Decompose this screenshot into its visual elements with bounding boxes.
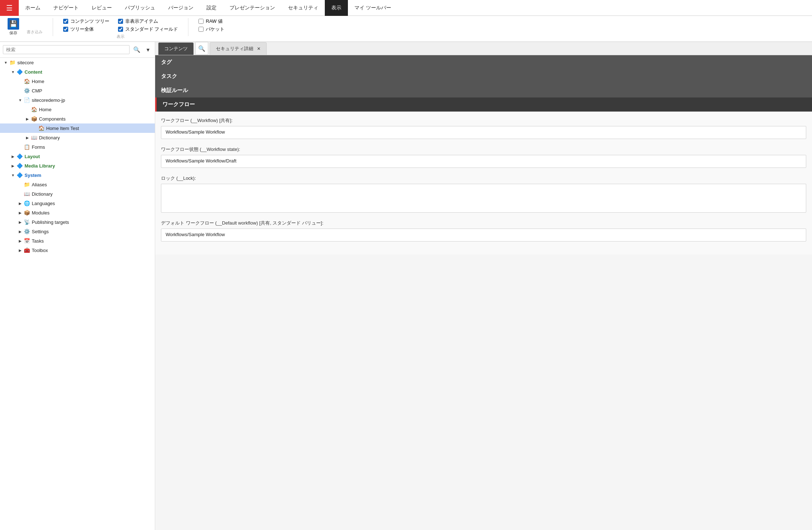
toggle-toolbox[interactable]: ▶ <box>17 247 23 253</box>
tree-container: ▼ 📁 sitecore ▼ 🔷 Content 🏠 Home ⚙️ CM <box>0 58 155 530</box>
tree-item-settings[interactable]: ▶ ⚙️ Settings <box>0 227 155 236</box>
tree-item-medialibrary[interactable]: ▶ 🔷 Media Library <box>0 161 155 170</box>
icon-home2: 🏠 <box>30 106 38 113</box>
label-home2: Home <box>39 107 52 112</box>
field-group-workflow: ワークフロー (__Workflow) [共有]: Workflows/Samp… <box>161 117 806 139</box>
toggle-home2[interactable] <box>25 107 30 112</box>
workflow-value[interactable]: Workflows/Sample Workflow <box>161 126 806 139</box>
toggle-forms[interactable] <box>17 144 23 150</box>
section-validation[interactable]: 検証ルール <box>155 83 812 97</box>
toggle-sitecore[interactable]: ▼ <box>3 60 9 65</box>
toggle-tasks[interactable]: ▶ <box>17 238 23 244</box>
tree-item-homeitemtest[interactable]: 🏠 Home Item Test <box>0 123 155 133</box>
icon-components: 📦 <box>30 115 38 122</box>
checkbox-content-tree[interactable]: コンテンツ ツリー <box>63 18 109 25</box>
label-layout: Layout <box>25 154 40 159</box>
toggle-languages[interactable]: ▶ <box>17 200 23 206</box>
checkbox-raw-values-label: RAW 値 <box>206 18 222 25</box>
tree-item-home2[interactable]: 🏠 Home <box>0 105 155 114</box>
dropdown-button[interactable]: ▼ <box>144 45 152 54</box>
toggle-system[interactable]: ▼ <box>10 172 16 178</box>
checkbox-buckets-label: バケット <box>206 26 224 32</box>
search-input[interactable] <box>3 45 130 54</box>
tab-content[interactable]: コンテンツ <box>158 42 194 55</box>
toggle-publishingtargets[interactable]: ▶ <box>17 219 23 225</box>
hamburger-button[interactable]: ☰ <box>0 0 19 16</box>
section-tags[interactable]: タグ <box>155 55 812 69</box>
tree-item-modules[interactable]: ▶ 📦 Modules <box>0 208 155 217</box>
nav-presentation[interactable]: プレゼンテーション <box>223 0 281 16</box>
toggle-components[interactable]: ▶ <box>25 116 30 122</box>
toggle-modules[interactable]: ▶ <box>17 210 23 216</box>
icon-modules: 📦 <box>23 209 30 216</box>
toggle-layout[interactable]: ▶ <box>10 153 16 159</box>
tree-item-toolbox[interactable]: ▶ 🧰 Toolbox <box>0 246 155 255</box>
checkbox-raw-values[interactable]: RAW 値 <box>198 18 224 25</box>
nav-review[interactable]: レビュー <box>85 0 118 16</box>
checkbox-tree-all-input[interactable] <box>63 27 68 32</box>
nav-publish[interactable]: パブリッシュ <box>118 0 162 16</box>
icon-system: 🔷 <box>16 171 23 179</box>
tab-security[interactable]: セキュリティ詳細 ✕ <box>210 42 267 55</box>
workflow-content: ワークフロー (__Workflow) [共有]: Workflows/Samp… <box>155 112 812 255</box>
nav-view[interactable]: 表示 <box>325 0 348 16</box>
nav-navigate[interactable]: ナビゲート <box>47 0 85 16</box>
section-tasks[interactable]: タスク <box>155 69 812 83</box>
workflow-state-label: ワークフロー状態 (__Workflow state): <box>161 146 806 153</box>
icon-forms: 📋 <box>23 143 30 151</box>
lock-value[interactable] <box>161 184 806 213</box>
toggle-home[interactable] <box>17 78 23 84</box>
toggle-dictionary3[interactable] <box>17 191 23 197</box>
toggle-dictionary2[interactable]: ▶ <box>25 135 30 140</box>
checkbox-hidden-items-input[interactable] <box>118 19 123 24</box>
checkbox-raw-values-input[interactable] <box>198 19 204 24</box>
toggle-medialibrary[interactable]: ▶ <box>10 163 16 169</box>
checkbox-standard-fields[interactable]: スタンダード フィールド <box>118 26 178 32</box>
tab-security-close[interactable]: ✕ <box>257 46 261 51</box>
tree-item-system[interactable]: ▼ 🔷 System <box>0 170 155 180</box>
nav-security[interactable]: セキュリティ <box>281 0 325 16</box>
tab-search-button[interactable]: 🔍 <box>195 42 208 55</box>
tree-item-sitecore[interactable]: ▼ 📁 sitecore <box>0 58 155 67</box>
tree-item-home[interactable]: 🏠 Home <box>0 77 155 86</box>
checkbox-content-tree-input[interactable] <box>63 19 68 24</box>
toggle-content[interactable]: ▼ <box>10 69 16 75</box>
label-cmp: CMP <box>32 88 42 94</box>
tree-item-cmp[interactable]: ⚙️ CMP <box>0 86 155 95</box>
tree-item-dictionary2[interactable]: ▶ 📖 Dictionary <box>0 133 155 142</box>
label-sitecoredemo-jp: sitecoredemo-jp <box>32 97 65 103</box>
toggle-settings[interactable]: ▶ <box>17 229 23 234</box>
default-workflow-value[interactable]: Workflows/Sample Workflow <box>161 229 806 242</box>
toggle-sitecoredemo-jp[interactable]: ▼ <box>17 97 23 103</box>
search-button[interactable]: 🔍 <box>132 45 142 55</box>
tree-item-aliases[interactable]: 📁 Aliases <box>0 180 155 189</box>
nav-settings[interactable]: 設定 <box>200 0 223 16</box>
nav-version[interactable]: バージョン <box>162 0 200 16</box>
nav-home[interactable]: ホーム <box>19 0 47 16</box>
icon-cmp: ⚙️ <box>23 87 30 94</box>
nav-mytoolbar[interactable]: マイ ツールバー <box>348 0 398 16</box>
tree-item-content[interactable]: ▼ 🔷 Content <box>0 67 155 77</box>
toggle-homeitemtest[interactable] <box>32 125 38 131</box>
tree-item-publishingtargets[interactable]: ▶ 📡 Publishing targets <box>0 217 155 227</box>
checkbox-standard-fields-label: スタンダード フィールド <box>125 26 178 32</box>
toggle-cmp[interactable] <box>17 88 23 94</box>
label-dictionary3: Dictionary <box>32 191 53 197</box>
tree-item-languages[interactable]: ▶ 🌐 Languages <box>0 199 155 208</box>
tree-item-layout[interactable]: ▶ 🔷 Layout <box>0 152 155 161</box>
tree-item-tasks[interactable]: ▶ 📅 Tasks <box>0 236 155 246</box>
label-home: Home <box>32 79 44 84</box>
save-button[interactable]: 💾 保存 <box>4 18 22 36</box>
section-workflow[interactable]: ワークフロー <box>155 97 812 112</box>
workflow-state-value[interactable]: Workflows/Sample Workflow/Draft <box>161 155 806 168</box>
tree-item-dictionary3[interactable]: 📖 Dictionary <box>0 189 155 199</box>
tree-item-forms[interactable]: 📋 Forms <box>0 142 155 152</box>
checkbox-tree-all[interactable]: ツリー全体 <box>63 26 109 32</box>
checkbox-buckets-input[interactable] <box>198 27 204 32</box>
tree-item-components[interactable]: ▶ 📦 Components <box>0 114 155 123</box>
checkbox-standard-fields-input[interactable] <box>118 27 123 32</box>
toggle-aliases[interactable] <box>17 182 23 187</box>
tree-item-sitecoredemo-jp[interactable]: ▼ 📄 sitecoredemo-jp <box>0 95 155 105</box>
checkbox-hidden-items[interactable]: 非表示アイテム <box>118 18 178 25</box>
checkbox-buckets[interactable]: バケット <box>198 26 224 32</box>
